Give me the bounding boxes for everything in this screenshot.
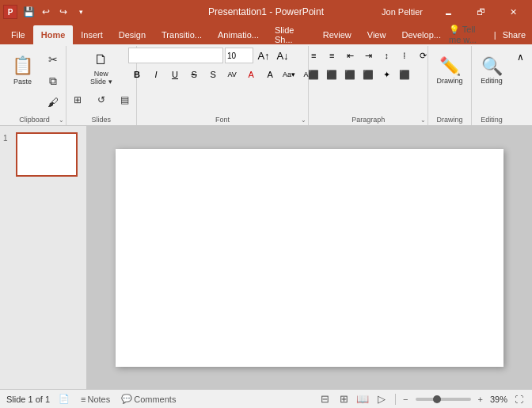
ribbon-tab-right: 💡 Tell me w... | Share xyxy=(449,25,532,44)
paste-icon: 📋 xyxy=(12,55,33,76)
collapse-ribbon-button[interactable]: ∧ xyxy=(511,49,529,65)
ribbon-group-drawing: ✏️ Drawing Drawing xyxy=(428,46,472,125)
comments-label: Comments xyxy=(134,395,176,404)
tab-home[interactable]: Home xyxy=(33,25,74,44)
increase-indent-button[interactable]: ⇥ xyxy=(359,48,377,63)
underline-button[interactable]: U xyxy=(166,67,184,82)
char-spacing-button[interactable]: AV xyxy=(223,67,241,82)
ribbon-tabs: File Home Insert Design Transitio... Ani… xyxy=(0,24,532,44)
close-button[interactable]: ✕ xyxy=(497,0,529,24)
tab-review[interactable]: Review xyxy=(315,25,359,44)
tab-transitions[interactable]: Transitio... xyxy=(154,25,210,44)
paste-button[interactable]: 📋 Paste xyxy=(6,48,40,93)
zoom-out-button[interactable]: − xyxy=(401,395,410,404)
undo-button[interactable]: ↩ xyxy=(38,4,54,20)
slide-canvas[interactable] xyxy=(116,149,504,367)
highlight-button[interactable]: A xyxy=(261,67,279,82)
window-controls: 🗕 🗗 ✕ xyxy=(432,0,529,24)
tab-design[interactable]: Design xyxy=(111,25,154,44)
align-left-button[interactable]: ⬛ xyxy=(305,67,322,82)
tab-animations[interactable]: Animatio... xyxy=(210,25,267,44)
normal-view-button[interactable]: ⊟ xyxy=(316,392,333,406)
ribbon: 📋 Paste ✂ ⧉ 🖌 Clipboard ⌄ 🗋 NewSlide ▾ ⊞… xyxy=(0,44,532,126)
numbering-button[interactable]: ≡ xyxy=(323,48,340,63)
fit-slide-button[interactable]: ⛶ xyxy=(512,395,526,404)
notes-accessibility-button[interactable]: 📄 xyxy=(56,394,72,404)
slideshow-button[interactable]: ▷ xyxy=(373,392,390,406)
justify-button[interactable]: ⬛ xyxy=(359,67,377,82)
line-spacing-button[interactable]: ↕ xyxy=(378,48,395,63)
editing-button[interactable]: 🔍 Editing xyxy=(474,48,509,93)
ribbon-group-slides: 🗋 NewSlide ▾ ⊞ ↺ ▤ Slides xyxy=(66,46,137,125)
comments-button[interactable]: 💬 Comments xyxy=(119,394,178,404)
strikethrough-button[interactable]: S xyxy=(185,67,203,82)
slide-thumbnail-1[interactable]: 1 xyxy=(3,132,83,177)
align-right-button[interactable]: ⬛ xyxy=(341,67,359,82)
tab-developer[interactable]: Develop... xyxy=(393,25,449,44)
decrease-font-button[interactable]: A↓ xyxy=(274,48,291,63)
paragraph-label: Paragraph xyxy=(309,116,428,124)
increase-font-button[interactable]: A↑ xyxy=(255,48,272,63)
slide-area[interactable] xyxy=(87,126,532,389)
zoom-in-button[interactable]: + xyxy=(476,395,485,404)
user-area: Jon Peltier xyxy=(382,7,423,17)
slide-count-text: Slide 1 of 1 xyxy=(6,395,50,404)
slides-panel: 1 xyxy=(0,126,87,389)
share-button[interactable]: Share xyxy=(503,30,526,40)
slide-preview[interactable] xyxy=(16,132,78,177)
editing-icon: 🔍 xyxy=(481,56,503,77)
editing-label-group: Editing xyxy=(472,116,511,124)
reading-view-button[interactable]: 📖 xyxy=(354,392,371,406)
font-size-alt-button[interactable]: Aa▾ xyxy=(280,67,298,82)
slide-sorter-button[interactable]: ⊞ xyxy=(335,392,352,406)
new-slide-button[interactable]: 🗋 NewSlide ▾ xyxy=(84,48,119,89)
zoom-slider[interactable] xyxy=(416,398,471,401)
convert-button[interactable]: ⬛ xyxy=(396,67,413,82)
drawing-label: Drawing xyxy=(436,77,462,85)
notes-button[interactable]: ≡ Notes xyxy=(78,395,112,404)
paragraph-expand[interactable]: ⌄ xyxy=(420,116,426,124)
font-name-input[interactable] xyxy=(128,48,223,63)
quick-access-toolbar: 💾 ↩ ↪ ▾ xyxy=(21,4,89,20)
slides-label: Slides xyxy=(66,116,136,124)
smart-art-button[interactable]: ✦ xyxy=(378,67,395,82)
window-title: Presentation1 - PowerPoint xyxy=(208,6,324,17)
slide-number: 1 xyxy=(3,134,13,143)
copy-button[interactable]: ⧉ xyxy=(42,71,64,91)
font-color-button[interactable]: A xyxy=(242,67,260,82)
clipboard-expand[interactable]: ⌄ xyxy=(59,116,64,124)
cut-button[interactable]: ✂ xyxy=(42,49,64,70)
italic-button[interactable]: I xyxy=(147,67,165,82)
bullets-button[interactable]: ≡ xyxy=(305,48,322,63)
drawing-button[interactable]: ✏️ Drawing xyxy=(432,48,467,93)
redo-button[interactable]: ↪ xyxy=(55,4,71,20)
font-size-input[interactable] xyxy=(225,48,253,63)
ribbon-group-editing: 🔍 Editing Editing xyxy=(472,46,511,125)
user-name: Jon Peltier xyxy=(382,7,423,17)
save-button[interactable]: 💾 xyxy=(21,4,36,20)
tab-slideshow[interactable]: Slide Sh... xyxy=(267,25,315,44)
font-label: Font xyxy=(137,116,309,124)
restore-button[interactable]: 🗗 xyxy=(465,0,496,24)
ribbon-group-paragraph: ≡ ≡ ⇤ ⇥ ↕ ⁞ ⟳ ⬛ ⬛ ⬛ ⬛ ✦ ⬛ Paragraph ⌄ xyxy=(309,46,428,125)
drawing-label-group: Drawing xyxy=(428,116,471,124)
reset-button[interactable]: ↺ xyxy=(90,90,112,110)
decrease-indent-button[interactable]: ⇤ xyxy=(341,48,359,63)
columns-button[interactable]: ⁞ xyxy=(396,48,413,63)
tell-me-button[interactable]: 💡 Tell me w... xyxy=(449,25,488,44)
tab-insert[interactable]: Insert xyxy=(73,25,111,44)
separator xyxy=(395,394,396,405)
notes-label: Notes xyxy=(87,395,110,404)
tab-file[interactable]: File xyxy=(3,25,33,44)
paste-label: Paste xyxy=(13,78,32,86)
tab-view[interactable]: View xyxy=(359,25,394,44)
customize-quick-access-button[interactable]: ▾ xyxy=(73,4,89,20)
status-bar-left: Slide 1 of 1 📄 ≡ Notes 💬 Comments xyxy=(6,394,310,404)
shadow-button[interactable]: S xyxy=(204,67,222,82)
minimize-button[interactable]: 🗕 xyxy=(432,0,464,24)
format-painter-button[interactable]: 🖌 xyxy=(42,92,64,112)
layout-button[interactable]: ⊞ xyxy=(66,90,89,110)
bold-button[interactable]: B xyxy=(128,67,146,82)
align-center-button[interactable]: ⬛ xyxy=(323,67,340,82)
editing-label: Editing xyxy=(481,77,503,85)
